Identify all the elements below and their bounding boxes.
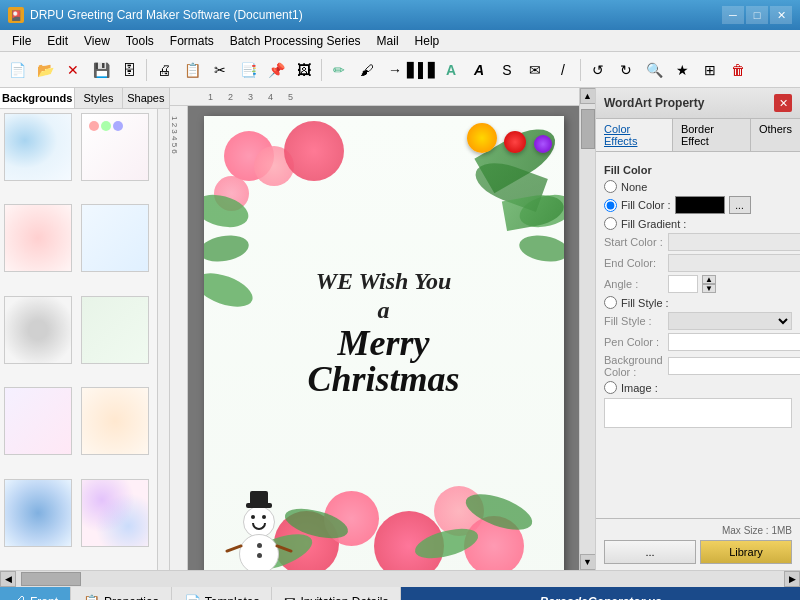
tb-copy[interactable]: 📑 bbox=[235, 57, 261, 83]
menu-view[interactable]: View bbox=[76, 30, 118, 51]
bg-thumb-8[interactable] bbox=[81, 387, 149, 455]
ruler-top: 1 2 3 4 5 bbox=[170, 88, 579, 106]
fill-style-dropdown[interactable] bbox=[668, 312, 792, 330]
tb-open[interactable]: 📂 bbox=[32, 57, 58, 83]
app-icon: 🎴 bbox=[8, 7, 24, 23]
app-title: DRPU Greeting Card Maker Software (Docum… bbox=[30, 8, 303, 22]
tb-line[interactable]: / bbox=[550, 57, 576, 83]
tab-border-effect[interactable]: Border Effect bbox=[673, 119, 751, 151]
menu-mail[interactable]: Mail bbox=[369, 30, 407, 51]
menubar: File Edit View Tools Formats Batch Proce… bbox=[0, 30, 800, 52]
tb-save[interactable]: 💾 bbox=[88, 57, 114, 83]
angle-input[interactable]: 0 bbox=[668, 275, 698, 293]
menu-tools[interactable]: Tools bbox=[118, 30, 162, 51]
tb-shapes[interactable]: S bbox=[494, 57, 520, 83]
front-button[interactable]: 🖊 Front bbox=[0, 587, 71, 600]
tb-new[interactable]: 📄 bbox=[4, 57, 30, 83]
library-button[interactable]: Library bbox=[700, 540, 792, 564]
tab-shapes[interactable]: Shapes bbox=[123, 88, 169, 108]
end-color-input[interactable] bbox=[668, 254, 800, 272]
menu-file[interactable]: File bbox=[4, 30, 39, 51]
tb-wordart[interactable]: A bbox=[466, 57, 492, 83]
wordart-close-button[interactable]: ✕ bbox=[774, 94, 792, 112]
tb-sep3 bbox=[580, 59, 581, 81]
tb-text[interactable]: A bbox=[438, 57, 464, 83]
radio-fill-style[interactable] bbox=[604, 296, 617, 309]
invitation-button[interactable]: ✉ Invitation Details bbox=[272, 587, 401, 600]
menu-edit[interactable]: Edit bbox=[39, 30, 76, 51]
bg-thumb-10[interactable] bbox=[81, 479, 149, 547]
properties-button[interactable]: 📋 Properties bbox=[71, 587, 172, 600]
minimize-button[interactable]: ─ bbox=[722, 6, 744, 24]
bg-thumb-2[interactable] bbox=[81, 113, 149, 181]
tb-print2[interactable]: 📋 bbox=[179, 57, 205, 83]
fill-style-radio-row: Fill Style : bbox=[604, 296, 792, 309]
menu-batch[interactable]: Batch Processing Series bbox=[222, 30, 369, 51]
bg-thumb-6[interactable] bbox=[81, 296, 149, 364]
tb-close[interactable]: ✕ bbox=[60, 57, 86, 83]
tb-effects[interactable]: ★ bbox=[669, 57, 695, 83]
panel-scrollbar[interactable] bbox=[157, 109, 169, 570]
none-label: None bbox=[621, 181, 647, 193]
titlebar-controls[interactable]: ─ □ ✕ bbox=[722, 6, 792, 24]
tb-barcode[interactable]: ▋▌▋ bbox=[410, 57, 436, 83]
scroll-thumb[interactable] bbox=[581, 109, 595, 149]
maximize-button[interactable]: □ bbox=[746, 6, 768, 24]
tab-styles[interactable]: Styles bbox=[75, 88, 122, 108]
radio-none[interactable] bbox=[604, 180, 617, 193]
radio-fill-gradient[interactable] bbox=[604, 217, 617, 230]
menu-formats[interactable]: Formats bbox=[162, 30, 222, 51]
radio-image[interactable] bbox=[604, 381, 617, 394]
tb-cut[interactable]: ✂ bbox=[207, 57, 233, 83]
tb-crop[interactable]: ⊞ bbox=[697, 57, 723, 83]
scroll-up[interactable]: ▲ bbox=[580, 88, 596, 104]
wordart-dots-button[interactable]: ... bbox=[604, 540, 696, 564]
tb-save-as[interactable]: 🗄 bbox=[116, 57, 142, 83]
bg-color-row: Background Color : ... bbox=[604, 354, 792, 378]
hscroll-thumb[interactable] bbox=[21, 572, 81, 586]
bg-thumb-7[interactable] bbox=[4, 387, 72, 455]
angle-down-button[interactable]: ▼ bbox=[702, 284, 716, 293]
close-button[interactable]: ✕ bbox=[770, 6, 792, 24]
pen-color-input[interactable] bbox=[668, 333, 800, 351]
angle-up-button[interactable]: ▲ bbox=[702, 275, 716, 284]
hscroll-left[interactable]: ◀ bbox=[0, 571, 16, 587]
tb-mail[interactable]: ✉ bbox=[522, 57, 548, 83]
canvas-vscroll[interactable]: ▲ ▼ bbox=[579, 88, 595, 570]
canvas-viewport[interactable]: WE Wish You a Merry Christmas bbox=[188, 106, 579, 570]
tab-others[interactable]: Others bbox=[751, 119, 800, 151]
tb-arrow[interactable]: → bbox=[382, 57, 408, 83]
hscroll-track[interactable] bbox=[16, 571, 784, 587]
bg-thumb-3[interactable] bbox=[4, 204, 72, 272]
fill-color-dots-button[interactable]: ... bbox=[729, 196, 751, 214]
tb-image[interactable]: 🖼 bbox=[291, 57, 317, 83]
right-panel: WordArt Property ✕ Color Effects Border … bbox=[595, 88, 800, 570]
scroll-track[interactable] bbox=[581, 104, 595, 554]
bg-thumb-1[interactable] bbox=[4, 113, 72, 181]
angle-row: Angle : 0 ▲ ▼ bbox=[604, 275, 792, 293]
bg-color-input[interactable] bbox=[668, 357, 800, 375]
tab-backgrounds[interactable]: Backgrounds bbox=[0, 88, 75, 108]
radio-fill-color[interactable] bbox=[604, 199, 617, 212]
tab-color-effects[interactable]: Color Effects bbox=[596, 119, 673, 151]
canvas-hscroll[interactable]: ◀ ▶ bbox=[0, 570, 800, 586]
templates-button[interactable]: 📄 Templates bbox=[172, 587, 273, 600]
tb-brush[interactable]: 🖌 bbox=[354, 57, 380, 83]
tb-zoom[interactable]: 🔍 bbox=[641, 57, 667, 83]
tb-pencil[interactable]: ✏ bbox=[326, 57, 352, 83]
tb-redo[interactable]: ↻ bbox=[613, 57, 639, 83]
tb-paste[interactable]: 📌 bbox=[263, 57, 289, 83]
fill-color-swatch[interactable] bbox=[675, 196, 725, 214]
start-color-input[interactable] bbox=[668, 233, 800, 251]
bg-thumb-9[interactable] bbox=[4, 479, 72, 547]
hscroll-right[interactable]: ▶ bbox=[784, 571, 800, 587]
wordart-buttons: ... Library bbox=[604, 540, 792, 564]
scroll-down[interactable]: ▼ bbox=[580, 554, 596, 570]
bg-thumb-4[interactable] bbox=[81, 204, 149, 272]
tb-del[interactable]: 🗑 bbox=[725, 57, 751, 83]
bg-thumb-5[interactable] bbox=[4, 296, 72, 364]
tb-print[interactable]: 🖨 bbox=[151, 57, 177, 83]
tb-undo[interactable]: ↺ bbox=[585, 57, 611, 83]
none-row: None bbox=[604, 180, 792, 193]
menu-help[interactable]: Help bbox=[407, 30, 448, 51]
